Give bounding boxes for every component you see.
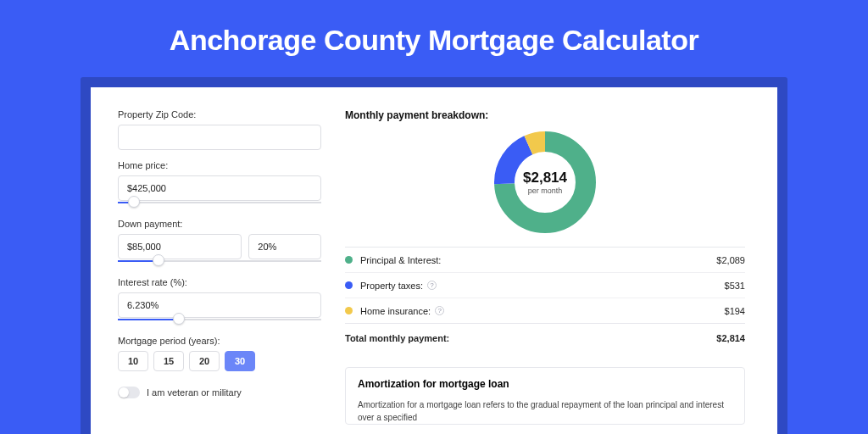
legend-label: Home insurance:?	[360, 306, 725, 316]
total-amount: $2,814	[716, 333, 745, 343]
period-buttons: 10152030	[118, 351, 321, 371]
amort-heading: Amortization for mortgage loan	[358, 378, 732, 390]
legend-dot	[345, 307, 353, 314]
rate-slider[interactable]	[118, 317, 321, 326]
legend-row-pi: Principal & Interest:$2,089	[345, 247, 745, 272]
rate-group: Interest rate (%):	[118, 277, 321, 326]
help-icon[interactable]: ?	[435, 306, 444, 315]
legend-dot	[345, 281, 353, 289]
breakdown-panel: Monthly payment breakdown: $2,814 per mo…	[337, 87, 777, 434]
legend: Principal & Interest:$2,089Property taxe…	[345, 247, 745, 352]
legend-row-total: Total monthly payment:$2,814	[345, 323, 745, 352]
amort-text: Amortization for a mortgage loan refers …	[358, 398, 732, 424]
down-label: Down payment:	[118, 219, 321, 229]
veteran-row: I am veteran or military	[118, 387, 321, 398]
legend-label: Principal & Interest:	[360, 255, 716, 265]
period-btn-30[interactable]: 30	[225, 351, 255, 371]
total-label: Total monthly payment:	[345, 333, 716, 343]
price-input[interactable]	[118, 175, 321, 201]
rate-label: Interest rate (%):	[118, 277, 321, 287]
slider-thumb[interactable]	[153, 254, 164, 266]
slider-thumb[interactable]	[128, 196, 140, 208]
legend-label: Property taxes:?	[360, 281, 725, 291]
breakdown-heading: Monthly payment breakdown:	[345, 109, 745, 121]
legend-row-tax: Property taxes:?$531	[345, 272, 745, 298]
period-btn-10[interactable]: 10	[118, 351, 148, 371]
down-amount-input[interactable]	[118, 234, 242, 259]
price-slider[interactable]	[118, 200, 321, 209]
page-title: Anchorage County Mortgage Calculator	[0, 0, 868, 77]
legend-row-ins: Home insurance:?$194	[345, 298, 745, 323]
amortization-card: Amortization for mortgage loan Amortizat…	[345, 367, 745, 425]
toggle-knob	[119, 387, 129, 398]
card-shadow: Property Zip Code: Home price: Down paym…	[81, 77, 787, 434]
rate-input[interactable]	[118, 292, 321, 318]
period-btn-20[interactable]: 20	[189, 351, 220, 371]
zip-label: Property Zip Code:	[118, 109, 321, 120]
down-pct-input[interactable]	[248, 234, 321, 259]
period-btn-15[interactable]: 15	[153, 351, 184, 371]
legend-amount: $2,089	[716, 255, 745, 265]
form-panel: Property Zip Code: Home price: Down paym…	[91, 87, 337, 434]
calculator-card: Property Zip Code: Home price: Down paym…	[91, 87, 777, 434]
zip-group: Property Zip Code:	[118, 109, 321, 150]
legend-amount: $531	[725, 281, 745, 291]
period-group: Mortgage period (years): 10152030	[118, 336, 321, 371]
legend-dot	[345, 256, 353, 264]
veteran-label: I am veteran or military	[147, 387, 242, 398]
help-icon[interactable]: ?	[427, 281, 437, 290]
donut-chart: $2,814 per month	[492, 130, 598, 235]
price-label: Home price:	[118, 160, 321, 170]
donut-sub: per month	[528, 186, 563, 195]
period-label: Mortgage period (years):	[118, 336, 321, 346]
slider-thumb[interactable]	[173, 313, 185, 325]
donut-total: $2,814	[523, 170, 567, 186]
price-group: Home price:	[118, 160, 321, 209]
down-group: Down payment:	[118, 219, 321, 267]
zip-input[interactable]	[118, 125, 321, 150]
veteran-toggle[interactable]	[118, 387, 140, 398]
legend-amount: $194	[725, 306, 745, 316]
down-slider[interactable]	[118, 259, 321, 267]
